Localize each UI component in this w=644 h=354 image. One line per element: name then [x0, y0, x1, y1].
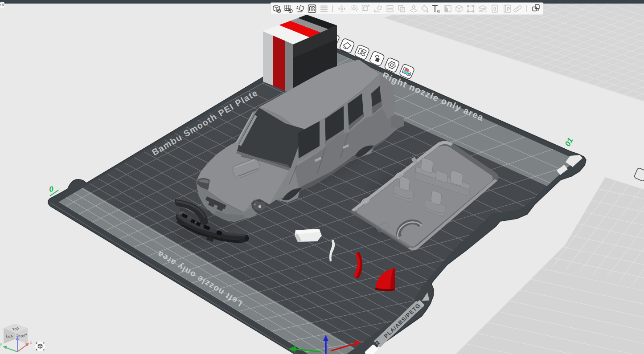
svg-text:x: x — [30, 340, 32, 345]
svg-text:y: y — [0, 342, 2, 346]
svg-text:z: z — [16, 333, 18, 338]
svg-text:0: 0 — [493, 6, 496, 12]
svg-text:a: a — [437, 8, 440, 13]
svg-text:P: P — [507, 6, 510, 12]
